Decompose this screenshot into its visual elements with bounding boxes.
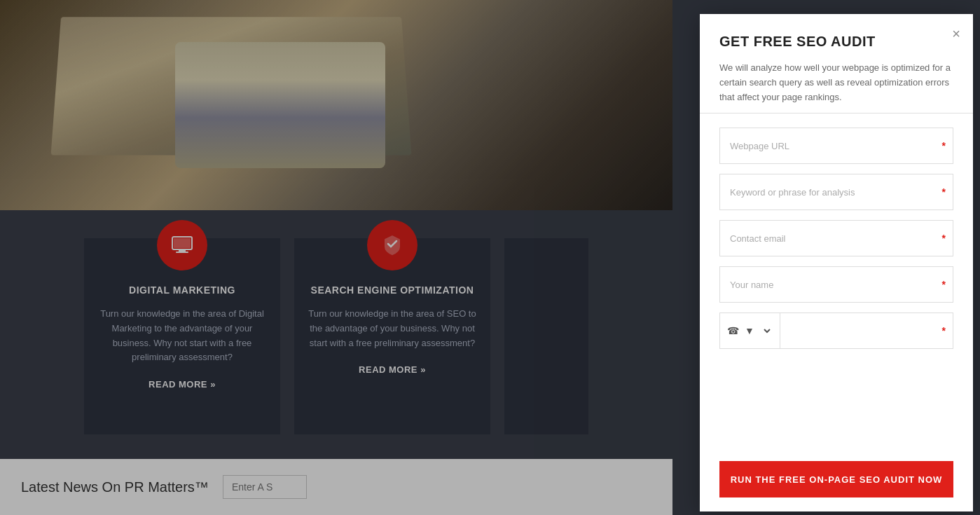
digital-marketing-desc: Turn our knowledge in the area of Digita… [98, 307, 266, 365]
seo-title: SEARCH ENGINE OPTIMIZATION [311, 284, 474, 296]
phone-input[interactable] [780, 313, 953, 348]
svg-rect-2 [176, 252, 188, 253]
newsletter-input[interactable] [223, 475, 307, 499]
email-required-star: * [942, 233, 946, 244]
email-field-wrapper: * [719, 220, 953, 256]
keyword-input[interactable] [720, 174, 953, 210]
url-field-wrapper: * [719, 128, 953, 164]
name-required-star: * [942, 279, 946, 290]
hero-background [0, 0, 672, 210]
service-card-seo: SEARCH ENGINE OPTIMIZATION Turn our know… [294, 238, 490, 434]
news-label: Latest News On PR Matters™ [21, 479, 209, 495]
service-card-partial [504, 238, 588, 434]
phone-field-wrapper: ☎ ▼ +1 +44 +49 * [719, 313, 953, 349]
keyword-required-star: * [942, 186, 946, 198]
digital-marketing-icon [157, 220, 207, 270]
modal-close-button[interactable]: × [952, 27, 960, 41]
digital-marketing-read-more[interactable]: READ MORE » [149, 379, 216, 390]
seo-icon [367, 220, 417, 270]
phone-required-star: * [942, 325, 946, 336]
bottom-bar: Latest News On PR Matters™ [0, 459, 672, 515]
service-card-digital-marketing: DIGITAL MARKETING Turn our knowledge in … [84, 238, 280, 434]
seo-desc: Turn our knowledge in the area of SEO to… [308, 307, 476, 350]
seo-audit-modal: GET FREE SEO AUDIT × We will analyze how… [700, 14, 973, 511]
modal-header: GET FREE SEO AUDIT × We will analyze how… [700, 14, 973, 114]
submit-audit-button[interactable]: RUN THE FREE ON-PAGE SEO AUDIT NOW [719, 461, 953, 497]
name-input[interactable] [720, 267, 953, 302]
email-input[interactable] [720, 221, 953, 256]
services-section: DIGITAL MARKETING Turn our knowledge in … [0, 210, 672, 476]
modal-description: We will analyze how well your webpage is… [719, 61, 953, 104]
phone-country-select[interactable]: ▼ +1 +44 +49 [742, 324, 773, 337]
svg-rect-1 [179, 249, 186, 252]
modal-title: GET FREE SEO AUDIT [719, 34, 953, 50]
name-field-wrapper: * [719, 266, 953, 303]
url-required-star: * [942, 140, 946, 151]
seo-read-more[interactable]: READ MORE » [359, 364, 426, 375]
digital-marketing-title: DIGITAL MARKETING [129, 284, 235, 296]
url-input[interactable] [720, 128, 953, 163]
modal-footer: RUN THE FREE ON-PAGE SEO AUDIT NOW [700, 450, 973, 511]
modal-form-body: * * * * ☎ ▼ +1 +44 +49 [700, 114, 973, 450]
phone-icon: ☎ [727, 325, 739, 336]
svg-rect-3 [174, 238, 191, 248]
keyword-field-wrapper: * [719, 174, 953, 210]
phone-prefix: ☎ ▼ +1 +44 +49 [720, 313, 780, 348]
